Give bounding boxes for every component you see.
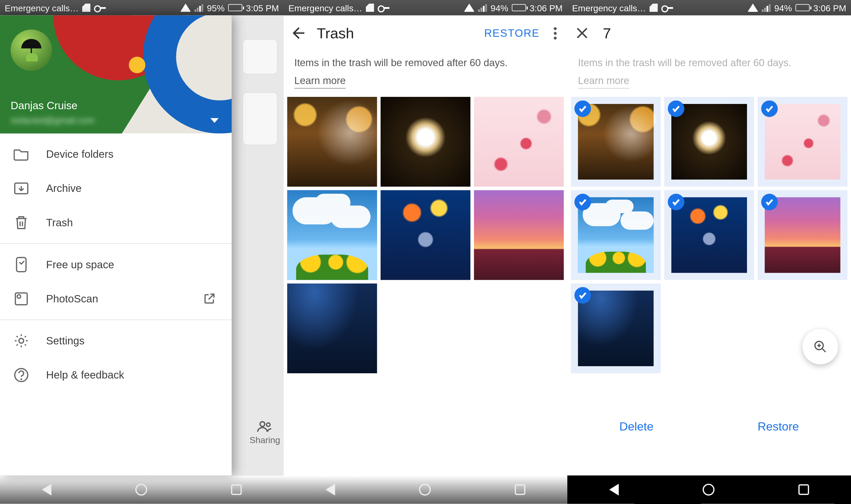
selected-check-icon xyxy=(574,194,591,210)
battery-pct: 94% xyxy=(774,3,792,13)
notice-text: Items in the trash will be removed after… xyxy=(578,57,791,69)
status-network-text: Emergency calls… xyxy=(5,3,78,13)
svg-point-6 xyxy=(19,338,24,343)
system-nav-bar xyxy=(567,475,851,504)
gear-icon xyxy=(13,332,30,349)
thumb-gem[interactable] xyxy=(664,97,754,187)
battery-pct: 94% xyxy=(491,3,509,13)
cell-signal-icon xyxy=(762,4,770,12)
thumb-sunset[interactable] xyxy=(758,190,848,280)
back-button[interactable] xyxy=(291,25,306,41)
nav-home-icon[interactable] xyxy=(135,484,147,496)
nav-home-icon[interactable] xyxy=(419,484,431,496)
screen-trash-selection: Emergency calls… 94% 3:06 PM 7 Items in … xyxy=(567,0,851,504)
people-icon xyxy=(257,420,273,432)
nav-home-icon[interactable] xyxy=(703,484,714,496)
drawer-item-free-up-space[interactable]: Free up space xyxy=(0,248,232,282)
thumb-autumn[interactable] xyxy=(287,97,377,187)
thumb-flowers[interactable] xyxy=(758,97,848,187)
status-bar: Emergency calls… 94% 3:06 PM xyxy=(567,0,851,16)
delete-button[interactable]: Delete xyxy=(619,420,654,433)
drawer-item-help[interactable]: Help & feedback xyxy=(0,358,232,393)
status-bar: Emergency calls… 95% 3:05 PM xyxy=(0,0,284,16)
svg-point-0 xyxy=(260,422,265,427)
nav-recents-icon[interactable] xyxy=(798,484,809,495)
drawer-item-label: Free up space xyxy=(46,258,114,271)
selected-check-icon xyxy=(574,287,591,304)
avatar[interactable] xyxy=(11,30,52,71)
close-selection-button[interactable] xyxy=(576,26,589,40)
thumb-night-sky[interactable] xyxy=(571,284,661,373)
selection-count: 7 xyxy=(603,24,611,41)
drawer-item-trash[interactable]: Trash xyxy=(0,205,232,240)
wifi-icon xyxy=(464,4,475,12)
learn-more-link[interactable]: Learn more xyxy=(295,73,346,89)
selected-check-icon xyxy=(668,194,685,210)
thumb-autumn[interactable] xyxy=(571,97,661,187)
background-dimmed[interactable] xyxy=(231,16,284,476)
learn-more-link[interactable]: Learn more xyxy=(578,73,630,89)
clock: 3:06 PM xyxy=(530,3,563,13)
clock: 3:05 PM xyxy=(246,3,279,13)
trash-notice: Items in the trash will be removed after… xyxy=(567,51,851,97)
battery-icon xyxy=(512,4,526,11)
close-icon xyxy=(576,26,589,40)
thumb-sunset[interactable] xyxy=(474,190,564,280)
thumb-flowers[interactable] xyxy=(474,97,564,187)
vpn-key-icon xyxy=(94,5,105,11)
screen-drawer: Emergency calls… 95% 3:05 PM Sharing xyxy=(0,0,284,504)
status-network-text: Emergency calls… xyxy=(288,3,362,13)
drawer-item-settings[interactable]: Settings xyxy=(0,324,232,358)
drawer-item-label: Device folders xyxy=(46,148,114,160)
selected-check-icon xyxy=(761,194,778,210)
thumb-sunflower-sky[interactable] xyxy=(287,190,377,280)
sim-icon xyxy=(82,4,91,12)
help-icon xyxy=(13,367,30,383)
account-email: redacted@gmail.com xyxy=(11,115,94,125)
notice-text: Items in the trash will be removed after… xyxy=(295,57,508,69)
clock: 3:06 PM xyxy=(813,3,846,13)
vpn-key-icon xyxy=(661,5,672,11)
bg-card-hint xyxy=(243,39,278,75)
drawer-header[interactable]: Danjas Cruise redacted@gmail.com xyxy=(0,16,232,133)
status-bar: Emergency calls… 94% 3:06 PM xyxy=(284,0,567,16)
thumbnail-grid xyxy=(284,97,567,373)
nav-recents-icon[interactable] xyxy=(231,484,242,495)
overflow-menu-button[interactable] xyxy=(550,23,560,43)
thumb-gem[interactable] xyxy=(380,97,471,187)
drawer-item-photoscan[interactable]: PhotoScan xyxy=(0,282,232,316)
zoom-fab[interactable] xyxy=(803,329,838,364)
account-dropdown-icon[interactable] xyxy=(210,118,219,123)
thumb-fish[interactable] xyxy=(380,190,471,280)
external-link-icon xyxy=(203,293,215,305)
folder-icon xyxy=(13,146,30,162)
drawer-item-device-folders[interactable]: Device folders xyxy=(0,137,232,172)
selected-check-icon xyxy=(761,101,778,117)
trash-icon xyxy=(13,214,30,231)
drawer-item-archive[interactable]: Archive xyxy=(0,172,232,206)
page-title: Trash xyxy=(317,24,354,41)
tab-sharing[interactable]: Sharing xyxy=(249,420,280,445)
thumb-fish[interactable] xyxy=(664,190,754,280)
sim-icon xyxy=(650,4,658,12)
drawer-list: Device folders Archive Trash xyxy=(0,133,232,476)
divider xyxy=(0,320,232,320)
nav-recents-icon[interactable] xyxy=(515,484,526,495)
nav-back-icon[interactable] xyxy=(326,484,335,496)
sim-icon xyxy=(366,4,374,12)
account-name: Danjas Cruise xyxy=(11,100,77,112)
thumb-sunflower-sky[interactable] xyxy=(571,190,661,280)
selection-app-bar: 7 xyxy=(567,16,851,51)
selected-check-icon xyxy=(668,101,685,117)
status-network-text: Emergency calls… xyxy=(572,3,646,13)
drawer-item-label: Trash xyxy=(46,217,73,229)
trash-notice: Items in the trash will be removed after… xyxy=(284,51,567,97)
magnify-plus-icon xyxy=(813,339,828,355)
thumb-night-sky[interactable] xyxy=(287,284,377,373)
restore-all-button[interactable]: RESTORE xyxy=(484,27,539,39)
nav-back-icon[interactable] xyxy=(42,484,52,496)
nav-back-icon[interactable] xyxy=(609,484,619,496)
drawer-item-label: PhotoScan xyxy=(46,293,98,305)
system-nav-bar xyxy=(284,475,567,504)
restore-button[interactable]: Restore xyxy=(758,420,799,433)
